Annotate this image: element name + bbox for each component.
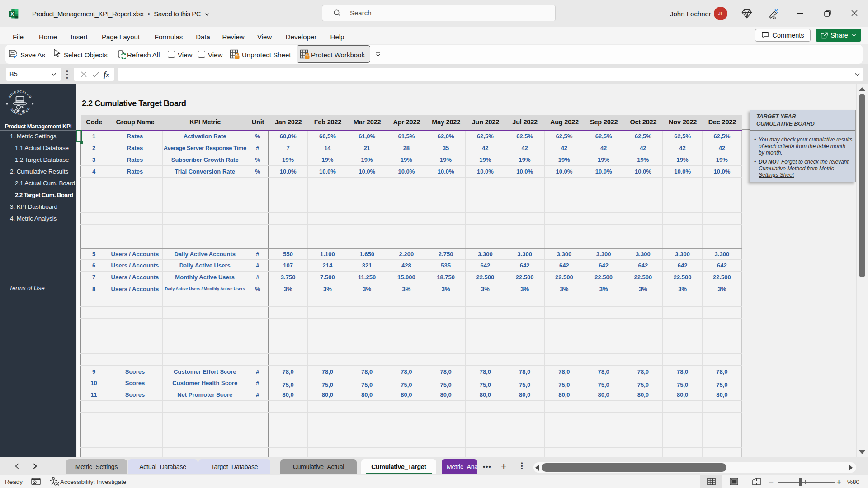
svg-text:SIREXCELCO: SIREXCELCO: [8, 90, 33, 99]
svg-text:X: X: [10, 11, 14, 17]
